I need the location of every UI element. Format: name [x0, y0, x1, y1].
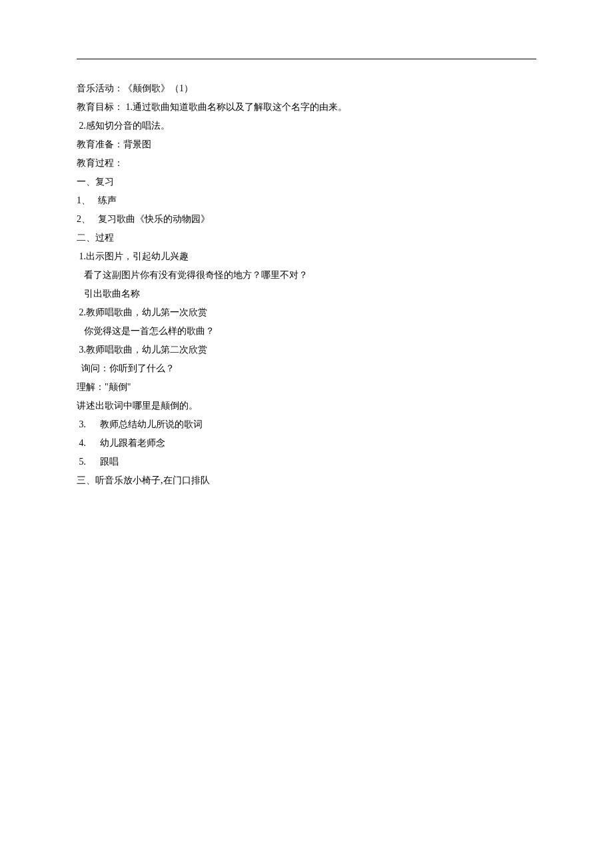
text-line: 理解："颠倒" [77, 378, 536, 397]
text-line: 1、 练声 [77, 191, 536, 210]
text-line: 一、复习 [77, 173, 536, 191]
document-content: 音乐活动：《颠倒歌》（1） 教育目标： 1.通过歌曲知道歌曲名称以及了解取这个名… [0, 0, 613, 490]
text-line: 3. 教师总结幼儿所说的歌词 [77, 415, 536, 434]
top-divider [77, 59, 536, 59]
text-line: 5. 跟唱 [77, 453, 536, 471]
text-line: 音乐活动：《颠倒歌》（1） [77, 79, 536, 98]
text-line: 引出歌曲名称 [77, 285, 536, 303]
text-line: 3.教师唱歌曲，幼儿第二次欣赏 [77, 341, 536, 359]
text-line: 2、 复习歌曲《快乐的动物园》 [77, 210, 536, 229]
text-line: 教育目标： 1.通过歌曲知道歌曲名称以及了解取这个名字的由来。 [77, 98, 536, 117]
text-line: 教育过程： [77, 154, 536, 173]
text-line: 看了这副图片你有没有觉得很奇怪的地方？哪里不对？ [77, 266, 536, 285]
text-line: 1.出示图片，引起幼儿兴趣 [77, 247, 536, 266]
text-line: 教育准备：背景图 [77, 135, 536, 154]
text-line: 询问：你听到了什么？ [77, 359, 536, 378]
text-line: 2.感知切分音的唱法。 [77, 117, 536, 135]
text-line: 2.教师唱歌曲，幼儿第一次欣赏 [77, 303, 536, 322]
text-line: 你觉得这是一首怎么样的歌曲？ [77, 322, 536, 341]
text-line: 三、听音乐放小椅子,在门口排队 [77, 471, 536, 490]
text-line: 4. 幼儿跟着老师念 [77, 434, 536, 453]
text-line: 讲述出歌词中哪里是颠倒的。 [77, 397, 536, 415]
text-line: 二、过程 [77, 229, 536, 247]
